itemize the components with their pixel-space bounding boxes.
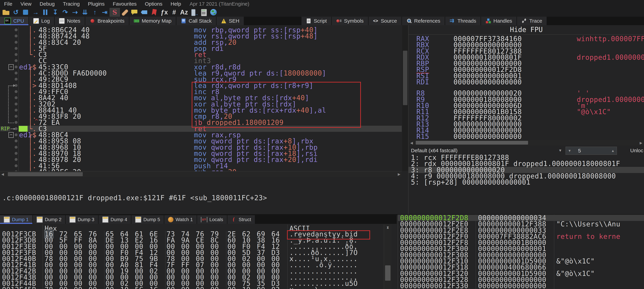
byte-cell[interactable]: 00 — [228, 287, 242, 289]
internet-button[interactable] — [209, 8, 218, 16]
byte-cell[interactable]: 00 — [88, 287, 103, 289]
tab-trace[interactable]: Trace — [517, 17, 547, 25]
strings-button[interactable]: Az — [179, 8, 189, 16]
tab-threads[interactable]: Threads — [445, 17, 480, 25]
breakpoint-dot[interactable] — [15, 121, 18, 124]
functions-button[interactable]: ƒx — [159, 8, 169, 16]
execute-till-return-button[interactable]: ↑ — [90, 8, 100, 16]
menu-favourites[interactable]: Favourites — [109, 1, 141, 7]
run-to-user-code-button[interactable]: ⇥ — [100, 8, 110, 16]
register-row[interactable]: R130000000000000000 — [408, 121, 644, 127]
collapse-toggle[interactable]: − — [8, 64, 14, 70]
breakpoint-dot[interactable] — [15, 109, 18, 112]
byte-cell[interactable]: 00 — [166, 287, 181, 289]
run-button[interactable]: → — [31, 8, 40, 16]
byte-cell[interactable]: 5C — [135, 287, 150, 289]
tab-call-stack[interactable]: Call Stack — [176, 17, 216, 25]
register-row[interactable]: RDI0000000000000000 — [408, 79, 644, 85]
breakpoint-dot[interactable] — [15, 139, 18, 142]
breakpoint-dot[interactable] — [15, 90, 18, 93]
register-row[interactable]: R150000000000000000 — [408, 133, 644, 139]
byte-cell[interactable]: 10 — [120, 287, 135, 289]
stop-button[interactable] — [21, 8, 31, 16]
byte-cell[interactable]: 00 — [181, 287, 196, 289]
register-row[interactable]: RDX000000018000801Fdropped1.000000018000… — [408, 54, 644, 60]
tab-dump-5[interactable]: Dump 5 — [132, 215, 164, 224]
menu-file[interactable]: File — [0, 1, 16, 7]
tab-log[interactable]: Log — [29, 17, 54, 25]
breakpoint-dot[interactable] — [15, 47, 18, 50]
register-row[interactable]: RSP000000000012F2D8 — [408, 66, 644, 73]
menu-options[interactable]: Options — [141, 1, 166, 7]
restart-button[interactable]: ↺ — [11, 8, 21, 16]
calling-convention-select[interactable]: Default (x64 fastcall) — [411, 148, 458, 153]
breakpoint-dot[interactable] — [15, 103, 18, 105]
menu-help[interactable]: Help — [166, 1, 185, 7]
byte-cell[interactable]: 02 — [271, 287, 286, 289]
scroll-thumb[interactable] — [8, 172, 83, 176]
spinner-down-icon[interactable]: ▼ — [568, 149, 571, 153]
tab-locals[interactable]: Locals — [197, 215, 227, 224]
menu-tracing[interactable]: Tracing — [59, 1, 84, 7]
spinner-up-icon[interactable]: ▲ — [611, 149, 614, 153]
breakpoint-dot[interactable] — [15, 65, 18, 68]
breakpoint-dot[interactable] — [15, 72, 18, 74]
tab-dump-2[interactable]: Dump 2 — [33, 215, 65, 224]
breakpoint-dot[interactable] — [15, 164, 18, 167]
menu-view[interactable]: View — [16, 1, 36, 7]
register-row[interactable]: R90000000180008000dropped1.0000000180008… — [408, 96, 644, 103]
fastcall-arg-row[interactable]: 5: [rsp+28] 0000000000000001 — [408, 179, 644, 185]
tab-script[interactable]: Script — [302, 17, 331, 25]
byte-cell[interactable]: 00 — [196, 287, 210, 289]
step-over-button[interactable]: ↷ — [60, 8, 70, 16]
breakpoint-dot[interactable] — [15, 41, 18, 44]
byte-cell[interactable]: 00 — [74, 287, 88, 289]
byte-cell[interactable]: 10 — [242, 287, 257, 289]
register-value[interactable]: 0000000000000000 — [454, 79, 522, 85]
breakpoint-dot[interactable] — [15, 59, 18, 62]
scroll-left-icon[interactable]: ◀ — [1, 172, 4, 177]
scroll-down-icon[interactable]: ▼ — [384, 225, 392, 288]
tab-dump-4[interactable]: Dump 4 — [98, 215, 131, 224]
hide-fpu-button[interactable]: Hide FPU — [408, 25, 644, 34]
comments-button[interactable] — [130, 8, 140, 16]
menu-plugins[interactable]: Plugins — [84, 1, 108, 7]
tab-seh[interactable]: SEH — [216, 17, 244, 25]
tab-memory-map[interactable]: Memory Map — [130, 17, 176, 25]
scroll-thumb[interactable] — [403, 51, 407, 105]
tab-watch-1[interactable]: Watch 1 — [164, 215, 196, 224]
open-file-button[interactable] — [1, 8, 11, 16]
scroll-right-icon[interactable]: ▶ — [398, 172, 400, 177]
breakpoint-dot[interactable] — [15, 34, 18, 37]
register-row[interactable]: RSI0000000000000001 — [408, 73, 644, 79]
scroll-left-icon[interactable]: ◀ — [410, 140, 413, 145]
pause-button[interactable] — [40, 8, 50, 16]
byte-cell[interactable]: 00 — [106, 287, 120, 289]
dump-row[interactable]: 0012F45B7800000000105C1C0000000000100002… — [0, 287, 397, 289]
registers-hscrollbar[interactable]: ◀ ▶ — [409, 140, 644, 145]
tab-dump-1[interactable]: Dump 1 — [0, 215, 32, 224]
disasm-vscrollbar[interactable] — [402, 25, 408, 171]
tab-handles[interactable]: Handles — [481, 17, 516, 25]
tab-breakpoints[interactable]: Breakpoints — [85, 17, 129, 25]
byte-cell[interactable]: 00 — [257, 287, 271, 289]
tab-symbols[interactable]: Symbols — [332, 17, 368, 25]
step-into-button[interactable]: ↧ — [50, 8, 60, 16]
tab-struct[interactable]: Struct — [228, 215, 255, 224]
call-sequence-button[interactable] — [189, 8, 199, 16]
register-value[interactable]: 0000000000000000 — [454, 133, 522, 139]
disasm-hscrollbar[interactable]: ◀ ▶ — [0, 171, 402, 177]
menu-debug[interactable]: Debug — [36, 1, 59, 7]
breakpoint-dot[interactable] — [15, 53, 18, 56]
chevron-down-icon[interactable]: ▼ — [558, 148, 562, 153]
register-row[interactable]: RBX0000000000000000 — [408, 42, 644, 48]
scroll-right-icon[interactable]: ▶ — [640, 140, 642, 145]
tab-notes[interactable]: Notes — [55, 17, 84, 25]
patches-button[interactable] — [120, 8, 130, 16]
byte-cell[interactable]: 00 — [210, 287, 225, 289]
breakpoint-dot[interactable] — [15, 28, 18, 31]
calculator-button[interactable] — [199, 8, 209, 16]
register-row[interactable]: R12FFFFFFFF80000002 — [408, 115, 644, 121]
arg-count-spinner[interactable]: ▼ 5 ▲ — [566, 147, 617, 155]
labels-button[interactable] — [140, 8, 150, 16]
